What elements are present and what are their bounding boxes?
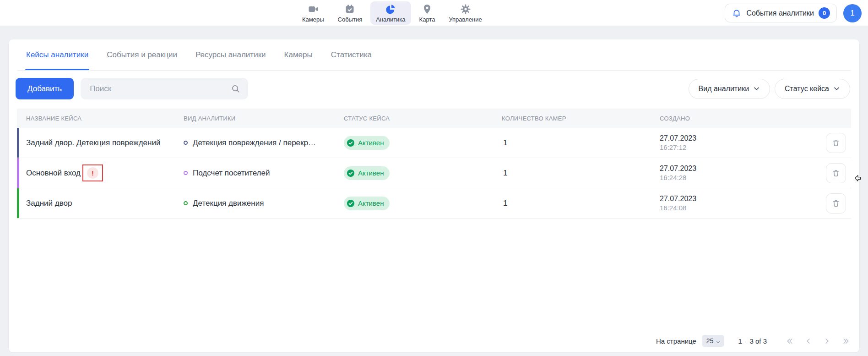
per-page-value: 25 [706,337,714,345]
created-time: 16:24:28 [660,173,806,182]
first-page-button[interactable] [785,337,794,345]
analytics-type: Детекция повреждения / перекр… [193,138,316,148]
created-time: 16:27:12 [660,143,806,152]
status-badge: Активен [344,197,390,210]
table-row[interactable]: Задний двор ! Детекция движения Активен … [17,188,851,219]
avatar[interactable]: 1 [843,4,862,22]
case-color-bar [17,188,19,218]
trash-icon [831,199,841,208]
tab-cameras[interactable]: Камеры [284,50,313,70]
camera-icon [308,4,319,15]
next-page-button[interactable] [823,337,831,345]
bell-icon [732,8,742,18]
per-page-label: На странице [656,337,696,345]
main-nav: Камеры События Аналитика Карта [297,0,488,26]
col-header-case-status: СТАТУС КЕЙСА [344,115,502,122]
status-badge: Активен [344,136,390,150]
search-icon[interactable] [231,84,240,93]
status-label: Активен [358,199,384,207]
delete-button[interactable] [826,133,846,153]
check-circle-icon [347,169,355,177]
nav-label: Управление [449,16,482,23]
check-circle-icon [347,139,355,147]
status-label: Активен [358,169,384,177]
col-header-case-name: НАЗВАНИЕ КЕЙСА [17,115,184,122]
pagination: На странице 25 1 – 3 of 3 [656,335,850,347]
last-page-button[interactable] [841,337,850,345]
created-date: 27.07.2023 [660,133,806,143]
toolbar: Добавить Вид аналитики Статус кейса [16,78,850,99]
content-card: Кейсы аналитики События и реакции Ресурс… [8,39,860,353]
analytics-type-icon [184,201,188,205]
cases-table: НАЗВАНИЕ КЕЙСА ВИД АНАЛИТИКИ СТАТУС КЕЙС… [17,109,851,219]
filter-label: Вид аналитики [699,85,749,93]
camera-count: 1 [503,169,507,177]
mouse-cursor [854,175,861,184]
col-header-created: СОЗДАНО [660,115,806,122]
table-row[interactable]: Задний двор. Детекция повреждений ! Дете… [17,128,851,158]
case-color-bar [17,158,19,188]
pie-chart-icon [385,4,396,15]
filter-analytics-type[interactable]: Вид аналитики [689,79,770,99]
analytics-type: Детекция движения [193,199,264,208]
delete-button[interactable] [826,163,846,183]
calendar-check-icon [344,4,355,15]
analytics-type-icon [184,141,188,145]
warning-icon: ! [87,167,98,179]
camera-count: 1 [503,138,507,147]
topbar-right: События аналитики 0 1 [725,4,862,22]
nav-item-analytics[interactable]: Аналитика [370,1,411,25]
case-alert-highlight: ! [82,164,103,181]
analytics-type-icon [184,171,188,175]
map-pin-icon [422,4,433,15]
nav-item-cameras[interactable]: Камеры [297,1,330,25]
table-row[interactable]: Основной вход ! Подсчет посетителей Акти… [17,158,851,188]
table-header: НАЗВАНИЕ КЕЙСА ВИД АНАЛИТИКИ СТАТУС КЕЙС… [17,109,851,128]
nav-item-events[interactable]: События [332,1,368,25]
chevron-down-icon [716,339,721,344]
nav-label: Камеры [302,16,324,23]
nav-item-management[interactable]: Управление [443,1,487,25]
tab-statistics[interactable]: Статистика [331,50,372,70]
tabs-divider [17,70,851,71]
col-header-camera-count: КОЛИЧЕСТВО КАМЕР [502,115,660,122]
add-button[interactable]: Добавить [16,78,74,99]
status-badge: Активен [344,166,390,180]
topbar: Камеры События Аналитика Карта [0,0,868,26]
tab-analytics-resources[interactable]: Ресурсы аналитики [195,50,266,70]
page-range: 1 – 3 of 3 [738,337,767,345]
prev-page-button[interactable] [804,337,813,345]
search-input[interactable] [81,78,248,99]
per-page-select[interactable]: 25 [702,335,725,347]
analytics-events-button[interactable]: События аналитики 0 [725,4,837,22]
filter-label: Статус кейса [785,85,829,93]
filter-case-status[interactable]: Статус кейса [775,79,850,99]
table-body: Задний двор. Детекция повреждений ! Дете… [17,128,851,219]
case-name: Задний двор. Детекция повреждений [26,138,160,148]
gear-icon [460,4,471,15]
nav-label: События [338,16,363,23]
case-color-bar [17,128,19,158]
col-header-analytics-type: ВИД АНАЛИТИКИ [184,115,344,122]
check-circle-icon [347,199,355,208]
chevron-down-icon [833,85,840,92]
events-button-label: События аналитики [746,9,814,17]
trash-icon [831,169,841,178]
tab-events-reactions[interactable]: События и реакции [107,50,177,70]
trash-icon [831,138,841,148]
case-name: Задний двор [26,199,72,208]
events-count-badge: 0 [819,7,830,19]
created-time: 16:24:08 [660,203,806,213]
nav-label: Аналитика [376,16,405,23]
status-label: Активен [358,139,384,147]
nav-item-map[interactable]: Карта [414,1,441,25]
delete-button[interactable] [826,193,846,214]
search-field [81,78,248,99]
created-date: 27.07.2023 [660,194,806,203]
pager-buttons [785,337,850,345]
tabs-row: Кейсы аналитики События и реакции Ресурс… [9,39,859,70]
tab-analytics-cases[interactable]: Кейсы аналитики [26,50,88,70]
analytics-type: Подсчет посетителей [193,169,270,178]
nav-label: Карта [419,16,435,23]
camera-count: 1 [503,199,507,208]
